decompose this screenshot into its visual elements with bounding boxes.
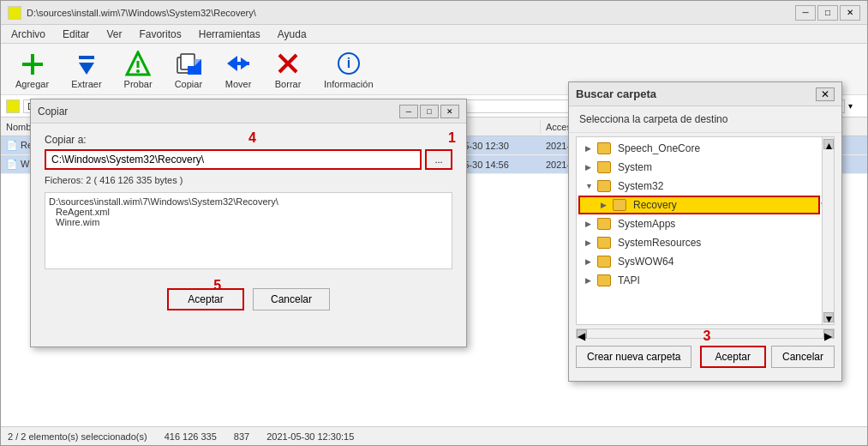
tree-item-sysres[interactable]: ▶ SystemResources [578,233,820,252]
folder-icon [597,256,611,268]
folder-icon [597,142,611,154]
copy-accept-button[interactable]: Aceptar [167,288,244,310]
tree-label: Speech_OneCore [618,142,700,154]
file-item-1: ReAgent.xml [49,207,448,217]
chevron-icon: ▶ [585,163,594,172]
source-file-list: D:\sources\install.wim\7\Windows\System3… [45,192,452,269]
tree-label: SystemResources [618,237,701,249]
copy-cancel-button[interactable]: Cancelar [253,288,330,310]
browse-dialog-close[interactable]: ✕ [816,87,835,101]
browse-button[interactable]: ... [425,149,452,170]
tree-label: Recovery [633,199,677,211]
copy-dialog-body: Copiar a: 4 ... 1 Ficheros: 2 ( 416 126 … [31,124,466,280]
tree-label: TAPI [618,274,640,286]
annotation-5: 5 [213,278,221,293]
folder-icon [597,180,611,192]
tree-item-syswow[interactable]: ▶ SysWOW64 [578,252,820,271]
copy-dialog-title: Copiar [38,105,68,118]
scroll-down-button[interactable]: ▼ [823,312,834,322]
folder-icon [613,199,626,211]
scrollbar[interactable]: ▲ ▼ [823,136,835,325]
browse-tree-container: ▶ Speech_OneCore ▶ System ▼ Syste [576,136,835,325]
chevron-icon: ▼ [585,182,594,190]
tree-item-speech[interactable]: ▶ Speech_OneCore [578,139,820,158]
scroll-right-button[interactable]: ▶ [823,329,834,338]
main-window: D:\sources\install.wim\7\Windows\System3… [0,0,868,446]
browse-dialog-footer: Crear nueva carpeta Aceptar Cancelar 3 [569,342,841,371]
browse-dialog-subtitle: Selecciona la carpeta de destino [569,106,841,133]
browse-dialog: Buscar carpeta ✕ Selecciona la carpeta d… [568,81,842,382]
copy-dialog-maximize[interactable]: □ [420,105,439,118]
tree-item-tapi[interactable]: ▶ TAPI [578,271,820,290]
tree-item-system32[interactable]: ▼ System32 [578,177,820,196]
tree-item-system[interactable]: ▶ System [578,158,820,177]
browse-dialog-header: Buscar carpeta ✕ [569,82,841,106]
copy-destination-row: ... 1 [45,149,452,170]
chevron-icon: ▶ [585,238,594,247]
folder-icon [597,237,611,249]
file-count-info: Ficheros: 2 ( 416 126 335 bytes ) [45,175,452,185]
copy-dialog-close[interactable]: ✕ [440,105,459,118]
browse-cancel-button[interactable]: Cancelar [771,346,835,368]
copy-dialog-controls: ─ □ ✕ [399,105,459,118]
copy-dialog-minimize[interactable]: ─ [399,105,418,118]
tree-item-sysapps[interactable]: ▶ SystemApps [578,214,820,233]
chevron-icon: ▶ [585,257,594,266]
tree-label: System32 [618,180,663,192]
file-item-2: Winre.wim [49,217,448,227]
browse-accept-button[interactable]: Aceptar [700,346,766,368]
browse-tree: ▶ Speech_OneCore ▶ System ▼ Syste [576,136,823,325]
annotation-1: 1 [448,130,456,146]
copy-destination-input[interactable] [45,149,422,170]
new-folder-button[interactable]: Crear nueva carpeta [576,346,691,368]
browse-dialog-title: Buscar carpeta [576,87,656,100]
tree-label: System [618,161,652,173]
chevron-icon: ▶ [601,201,609,209]
dialog-overlay: Copiar ─ □ ✕ Copiar a: 4 ... 1 [0,0,868,446]
chevron-icon: ▶ [585,144,594,153]
browse-accept-cancel: Aceptar Cancelar 3 [700,346,835,368]
source-path: D:\sources\install.wim\7\Windows\System3… [49,196,448,207]
scroll-left-button[interactable]: ◀ [577,329,587,338]
tree-label: SystemApps [618,218,675,230]
tree-item-recovery-wrapper: ▶ Recovery 2 [578,196,820,214]
chevron-icon: ▶ [585,220,594,228]
annotation-4: 4 [248,130,256,146]
copy-dialog: Copiar ─ □ ✕ Copiar a: 4 ... 1 [30,99,467,347]
annotation-3: 3 [703,328,711,344]
folder-icon [597,161,611,173]
tree-item-recovery[interactable]: ▶ Recovery [578,196,820,214]
tree-label: SysWOW64 [618,256,673,268]
chevron-icon: ▶ [585,276,594,285]
folder-icon [597,274,611,286]
folder-icon [597,218,611,230]
copy-dialog-title-bar: Copiar ─ □ ✕ [31,99,466,124]
copy-dialog-footer: 5 Aceptar Cancelar [31,280,466,319]
scroll-up-button[interactable]: ▲ [823,139,834,149]
